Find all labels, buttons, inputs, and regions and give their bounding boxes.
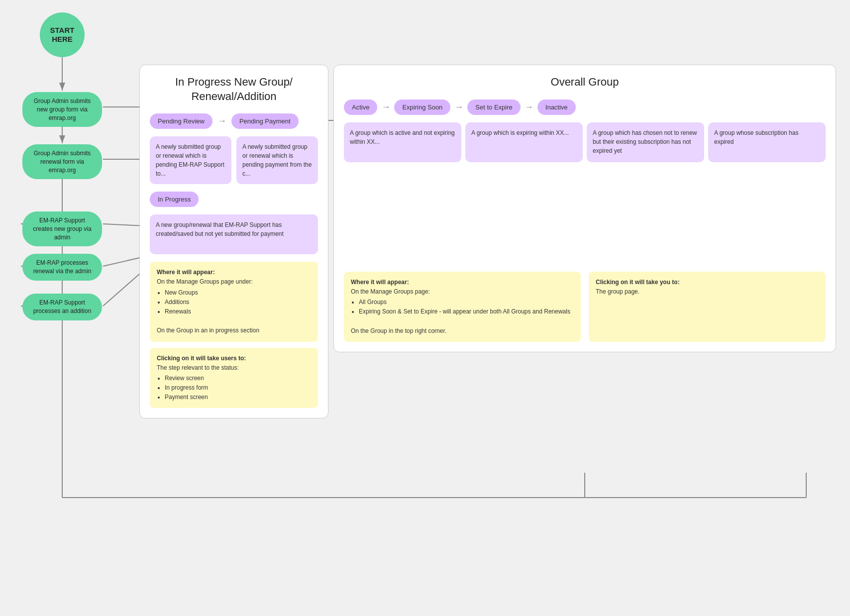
oval-group-admin-renewal: Group Admin submits renewal form via emr… [22, 144, 102, 179]
ip-where-list: New Groups Additions Renewals [165, 288, 311, 317]
ip-where-item-3: Renewals [165, 307, 311, 316]
desc-expiring-soon: A group which is expiring within XX... [465, 122, 583, 162]
ip-desc-section-1: A newly submitted group or renewal which… [150, 136, 318, 184]
og-where-list: All Groups Expiring Soon & Set to Expire… [359, 298, 574, 316]
oval-group-admin-new: Group Admin submits new group form via e… [22, 92, 102, 127]
ip-clicking-item-2: In progress form [165, 383, 311, 393]
desc-active: A group which is active and not expiring… [344, 122, 461, 162]
ip-where-body: On the Manage Groups page under: [157, 278, 253, 285]
og-clicking-box: Clicking on it will take you to: The gro… [589, 272, 826, 342]
og-desc-row: A group which is active and not expiring… [344, 122, 826, 162]
og-desc-col-inactive: A group whose subscription has expired [708, 122, 826, 162]
status-pending-payment: Pending Payment [231, 113, 299, 129]
og-clicking-body: The group page. [596, 288, 639, 295]
ip-where-item-2: Additions [165, 298, 311, 307]
og-desc-col-set-expire: A group which has chosen not to renew bu… [587, 122, 704, 162]
ip-desc-col-3: A new group/renewal that EM-RAP Support … [150, 214, 318, 254]
status-active: Active [344, 100, 377, 115]
in-progress-title: In Progress New Group/Renewal/Addition [150, 75, 318, 103]
arrow-1: → [217, 116, 226, 126]
status-expiring-soon: Expiring Soon [394, 100, 450, 115]
ip-clicking-box: Clicking on it will take users to: The s… [150, 348, 318, 409]
status-inactive: Inactive [537, 100, 576, 115]
ip-where-item-1: New Groups [165, 288, 311, 298]
og-where-item-2: Expiring Soon & Set to Expire - will app… [359, 307, 574, 316]
ip-where-suffix: On the Group in an in progress section [157, 327, 259, 334]
status-set-to-expire: Set to Expire [467, 100, 520, 115]
desc-set-to-expire: A group which has chosen not to renew bu… [587, 122, 704, 162]
og-arrow-3: → [525, 102, 533, 112]
ip-clicking-title: Clicking on it will take users to: [157, 355, 246, 362]
oval-4-label: EM-RAP processes renewal via the admin [33, 259, 92, 275]
oval-5-label: EM-RAP Support processes an addition [33, 299, 92, 314]
start-here-circle: START HERE [40, 12, 85, 57]
ip-where-title: Where it will appear: [157, 269, 215, 276]
desc-in-progress: A new group/renewal that EM-RAP Support … [150, 214, 318, 254]
oval-3-label: EM-RAP Support creates new group via adm… [33, 217, 91, 241]
oval-2-label: Group Admin submits renewal form via emr… [34, 150, 91, 174]
ip-clicking-list: Review screen In progress form Payment s… [165, 374, 311, 403]
desc-pending-payment: A newly submitted group or renewal which… [236, 136, 318, 184]
ip-clicking-item-3: Payment screen [165, 393, 311, 402]
og-status-row: Active → Expiring Soon → Set to Expire →… [344, 100, 826, 115]
oval-emrap-renewal: EM-RAP processes renewal via the admin [22, 254, 102, 281]
ip-clicking-body: The step relevant to the status: [157, 364, 239, 371]
og-where-suffix: On the Group in the top right corner. [351, 327, 446, 334]
overall-title: Overall Group [344, 75, 826, 90]
ip-desc-col-1: A newly submitted group or renewal which… [150, 136, 231, 184]
og-clicking-title: Clicking on it will take you to: [596, 279, 680, 286]
ip-status-row-1: Pending Review → Pending Payment [150, 113, 318, 129]
main-container: { "start": { "label": "START\nHERE" }, "… [0, 0, 850, 616]
overall-group-panel: Overall Group Active → Expiring Soon → S… [333, 65, 836, 352]
og-where-title: Where it will appear: [351, 279, 409, 286]
oval-emrap-addition: EM-RAP Support processes an addition [22, 294, 102, 320]
status-in-progress: In Progress [150, 192, 199, 207]
ip-desc-section-2: A new group/renewal that EM-RAP Support … [150, 214, 318, 254]
og-where-body: On the Manage Groups page: [351, 288, 430, 295]
ip-clicking-item-1: Review screen [165, 374, 311, 383]
desc-inactive: A group whose subscription has expired [708, 122, 826, 162]
og-where-box: Where it will appear: On the Manage Grou… [344, 272, 581, 342]
og-desc-col-active: A group which is active and not expiring… [344, 122, 461, 162]
status-pending-review: Pending Review [150, 113, 212, 129]
oval-emrap-support-new: EM-RAP Support creates new group via adm… [22, 211, 102, 246]
og-where-item-1: All Groups [359, 298, 574, 307]
in-progress-panel: In Progress New Group/Renewal/Addition P… [139, 65, 328, 418]
ip-where-appears-box: Where it will appear: On the Manage Grou… [150, 262, 318, 341]
ip-status-row-2: In Progress [150, 192, 318, 207]
og-desc-col-expiring: A group which is expiring within XX... [465, 122, 583, 162]
og-arrow-1: → [381, 102, 390, 112]
desc-pending-review: A newly submitted group or renewal which… [150, 136, 231, 184]
ip-desc-col-2: A newly submitted group or renewal which… [236, 136, 318, 184]
og-yellow-section: Where it will appear: On the Manage Grou… [344, 272, 826, 342]
start-here-label: START HERE [40, 26, 85, 44]
og-arrow-2: → [454, 102, 463, 112]
oval-1-label: Group Admin submits new group form via e… [34, 98, 91, 121]
